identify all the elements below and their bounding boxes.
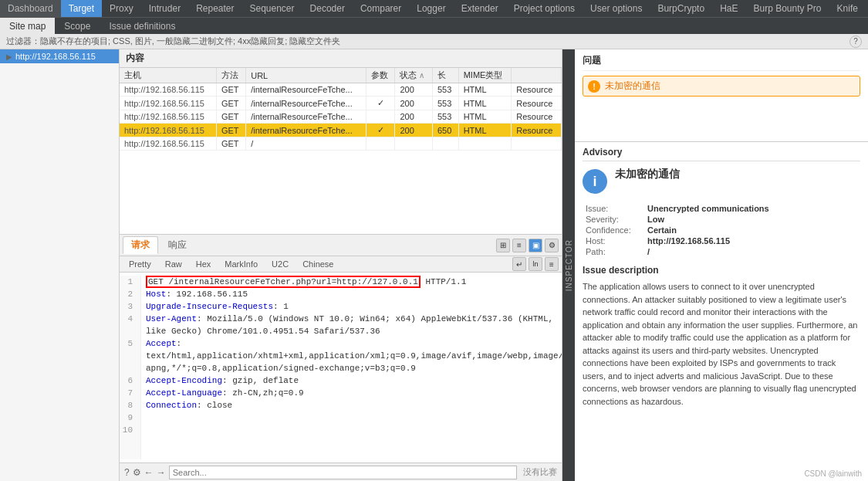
cell-length: 553 — [432, 110, 458, 124]
code-line: apng,*/*;q=0.8,application/signed-exchan… — [146, 362, 562, 374]
wrap-icon[interactable]: ↵ — [512, 257, 526, 271]
line-number: 5 — [120, 337, 136, 350]
line-number: 1 — [120, 276, 136, 288]
col-status[interactable]: 状态 ∧ — [395, 68, 433, 83]
cell-url: /internalResourceFeTche... — [246, 97, 366, 110]
col-host[interactable]: 主机 — [120, 68, 216, 83]
nav-comparer[interactable]: Comparer — [353, 0, 409, 17]
settings-icon[interactable]: ⚙ — [545, 239, 559, 252]
nav-proxy[interactable]: Proxy — [102, 0, 141, 17]
advisory-meta: Issue: Unencrypted communications Severi… — [583, 203, 860, 257]
menu-icon[interactable]: ≡ — [545, 257, 559, 271]
col-params[interactable]: 参数 — [366, 68, 395, 83]
request-content: 12345678910 GET /internalResourceFeTcher… — [120, 273, 562, 462]
nav-knife[interactable]: Knife — [829, 0, 866, 17]
severity-label: Severity: — [583, 214, 644, 225]
advisory-icon: i — [583, 169, 607, 194]
table-row[interactable]: http://192.168.56.115 GET /internalResou… — [120, 83, 562, 97]
host-label: Host: — [583, 235, 644, 246]
view-icon-3[interactable]: ▣ — [529, 239, 542, 252]
col-url[interactable]: URL — [246, 68, 366, 83]
subtab-hex[interactable]: Hex — [190, 258, 218, 270]
cell-url: /internalResourceFeTche... — [246, 110, 366, 124]
cell-host: http://192.168.56.115 — [120, 124, 216, 137]
nav-dashboard[interactable]: Dashboard — [0, 0, 61, 17]
subtab-pretty[interactable]: Pretty — [123, 258, 157, 270]
code-line — [146, 412, 562, 424]
content-header: 内容 — [120, 49, 562, 68]
code-line: User-Agent: Mozilla/5.0 (Windows NT 10.0… — [146, 313, 562, 325]
gear-icon-req[interactable]: ⚙ — [133, 467, 141, 478]
tab-response[interactable]: 响应 — [160, 236, 195, 254]
code-line: Accept-Encoding: gzip, deflate — [146, 374, 562, 387]
issue-label: 未加密的通信 — [605, 80, 660, 93]
cell-params: ✓ — [366, 124, 395, 137]
code-lines: GET /internalResourceFeTcher.php?url=htt… — [141, 276, 562, 459]
help-icon[interactable]: ? — [849, 36, 862, 48]
nav-issue-definitions[interactable]: Issue definitions — [100, 18, 184, 34]
cell-type: Resource — [512, 110, 562, 124]
nav-target[interactable]: Target — [61, 0, 102, 17]
cell-url: / — [246, 137, 366, 151]
tab-request[interactable]: 请求 — [123, 236, 158, 254]
search-input[interactable] — [169, 466, 517, 479]
nav-repeater[interactable]: Repeater — [188, 0, 241, 17]
table-row[interactable]: http://192.168.56.115 GET / — [120, 137, 562, 151]
back-icon[interactable]: ← — [144, 467, 154, 478]
cell-params — [366, 110, 395, 124]
col-mime[interactable]: MIME类型 — [458, 68, 512, 83]
nav-sequencer[interactable]: Sequencer — [242, 0, 302, 17]
code-line: GET /internalResourceFeTcher.php?url=htt… — [146, 276, 562, 288]
table-row[interactable]: http://192.168.56.115 GET /internalResou… — [120, 110, 562, 124]
req-resp-tabs: 请求 响应 ⊞ ≡ ▣ ⚙ — [120, 235, 562, 256]
line-numbers: 12345678910 — [120, 276, 141, 459]
filter-text: 过滤器：隐藏不存在的项目; CSS, 图片, 一般隐藏二进制文件; 4xx隐藏回… — [6, 36, 340, 47]
code-line: Upgrade-Insecure-Requests: 1 — [146, 300, 562, 313]
inspector-bar[interactable]: INSPECTOR — [562, 49, 575, 481]
problems-header: 问题 — [583, 54, 860, 71]
code-line: Accept: — [146, 337, 562, 350]
cell-length: 650 — [432, 124, 458, 137]
help-icon-req[interactable]: ? — [124, 467, 130, 478]
col-length[interactable]: 长 — [432, 68, 458, 83]
subtab-chinese[interactable]: Chinese — [296, 258, 339, 270]
forward-icon[interactable]: → — [157, 467, 166, 478]
col-method[interactable]: 方法 — [216, 68, 245, 83]
subtab-raw[interactable]: Raw — [159, 258, 188, 270]
nav-site-map[interactable]: Site map — [0, 18, 55, 34]
code-line — [146, 424, 562, 436]
table-row[interactable]: http://192.168.56.115 GET /internalResou… — [120, 124, 562, 137]
issue-warning-icon: ! — [588, 80, 600, 93]
nav-logger[interactable]: Logger — [409, 0, 453, 17]
line-number — [120, 350, 136, 362]
cell-mime: HTML — [458, 124, 512, 137]
nav-user-options[interactable]: User options — [583, 0, 650, 17]
code-line: text/html,application/xhtml+xml,applicat… — [146, 350, 562, 362]
col-extra[interactable] — [512, 68, 562, 83]
watermark: CSDN @lainwith — [804, 469, 862, 478]
subtab-markinfo[interactable]: MarkInfo — [218, 258, 264, 270]
issue-badge[interactable]: ! 未加密的通信 — [583, 76, 860, 97]
view-icon-1[interactable]: ⊞ — [496, 239, 510, 252]
line-number — [120, 362, 136, 374]
nav-burp-bounty[interactable]: Burp Bounty Pro — [745, 0, 829, 17]
nav-burpcrypto[interactable]: BurpCrypto — [650, 0, 712, 17]
site-tree-item[interactable]: ▶ http://192.168.56.115 — [0, 49, 119, 63]
table-row[interactable]: http://192.168.56.115 GET /internalResou… — [120, 97, 562, 110]
line-number: 3 — [120, 300, 136, 313]
view-icon-2[interactable]: ≡ — [512, 239, 526, 252]
cell-type — [512, 137, 562, 151]
nav-hae[interactable]: HaE — [712, 0, 745, 17]
nav-extender[interactable]: Extender — [454, 0, 506, 17]
nav-intruder[interactable]: Intruder — [141, 0, 188, 17]
line-number: 4 — [120, 313, 136, 325]
ln-icon[interactable]: ln — [529, 257, 542, 271]
advisory-header: Advisory — [583, 147, 860, 161]
confidence-value: Certain — [644, 225, 772, 235]
nav-decoder[interactable]: Decoder — [302, 0, 353, 17]
desc-text: The application allows users to connect … — [583, 280, 860, 408]
cell-type: Resource — [512, 83, 562, 97]
subtab-u2c[interactable]: U2C — [265, 258, 295, 270]
nav-project-options[interactable]: Project options — [506, 0, 583, 17]
nav-scope[interactable]: Scope — [55, 18, 100, 34]
